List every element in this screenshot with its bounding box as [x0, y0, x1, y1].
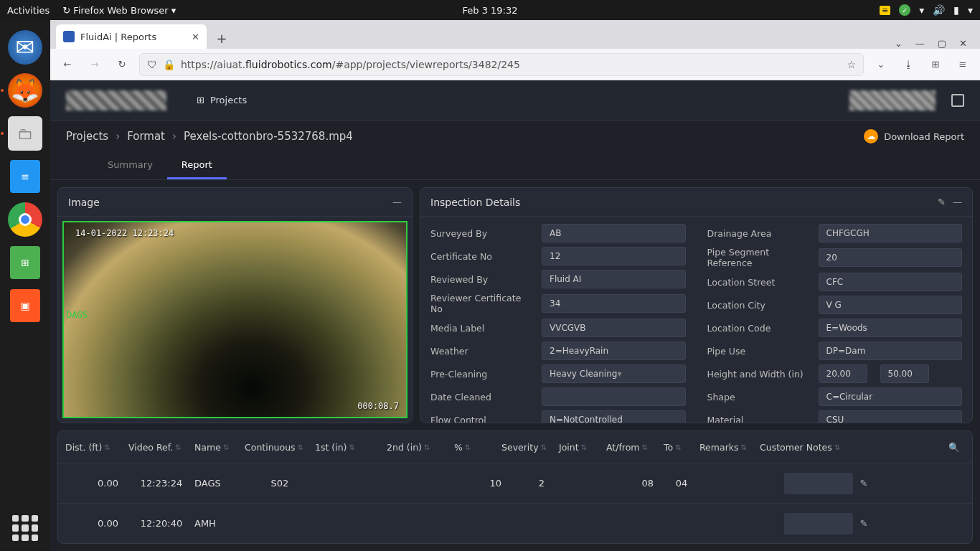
field-value[interactable]: 2=HeavyRain — [542, 342, 686, 360]
field-value[interactable]: CFC — [819, 273, 963, 291]
crumb-file: Pexels-cottonbro-5532768.mp4 — [184, 130, 353, 143]
wifi-icon[interactable]: ▾ — [919, 4, 924, 16]
window-close-icon[interactable]: ✕ — [959, 38, 967, 49]
volume-icon[interactable]: 🔊 — [933, 4, 945, 16]
field-value[interactable]: VVCGVB — [542, 319, 686, 337]
col-notes[interactable]: Customer Notes⇅ — [760, 442, 853, 453]
url-bar[interactable]: 🛡 🔒 https://aiuat.fluidrobotics.com/#app… — [139, 53, 864, 76]
projects-nav[interactable]: ⊞ Projects — [197, 95, 247, 105]
user-menu[interactable] — [849, 90, 936, 110]
width-field[interactable]: 50.00 — [880, 364, 929, 383]
dock-impress[interactable]: ▣ — [5, 286, 45, 326]
field-value[interactable] — [542, 387, 686, 406]
col-sev[interactable]: Severity⇅ — [501, 442, 559, 453]
crumb-format[interactable]: Format — [127, 130, 165, 143]
forward-button[interactable]: → — [85, 55, 105, 75]
field-value[interactable]: DP=Dam — [819, 342, 963, 360]
col-name[interactable]: Name⇅ — [194, 442, 245, 453]
field-value[interactable]: CSU — [819, 410, 963, 423]
inspection-image[interactable]: 14-01-2022 12:23:24 DAGS 000:08.7 — [62, 221, 407, 418]
window-minimize-icon[interactable]: — — [915, 38, 925, 49]
col-rem[interactable]: Remarks⇅ — [699, 442, 760, 453]
field-value[interactable]: E=Woods — [819, 319, 963, 337]
image-timestamp: 14-01-2022 12:23:24 — [75, 228, 174, 238]
reload-button[interactable]: ↻ — [112, 55, 132, 75]
field-value[interactable]: AB — [542, 224, 686, 242]
col-first[interactable]: 1st (in)⇅ — [315, 442, 387, 453]
extensions-icon[interactable]: ⊞ — [925, 55, 946, 75]
field-label: Pipe Use — [707, 346, 811, 357]
field-value[interactable]: V G — [819, 296, 963, 314]
field-label: Pre-Cleaning — [430, 369, 534, 380]
field-label: Weather — [430, 346, 534, 357]
customer-notes-input[interactable] — [784, 513, 853, 534]
field-value[interactable]: N=NotControlled — [542, 410, 686, 423]
app-logo — [66, 90, 166, 110]
field-value[interactable]: Fluid AI — [542, 270, 686, 288]
tab-report[interactable]: Report — [167, 152, 227, 179]
window-maximize-icon[interactable]: ▢ — [938, 38, 946, 49]
edit-icon[interactable]: ✎ — [938, 197, 946, 207]
menu-icon[interactable]: ≡ — [953, 55, 973, 75]
col-vref[interactable]: Video Ref.⇅ — [128, 442, 194, 453]
col-pct[interactable]: %⇅ — [454, 442, 501, 453]
url-text: https://aiuat.fluidrobotics.com/#app/pro… — [181, 59, 520, 70]
shield-icon[interactable]: 🛡 — [147, 59, 157, 70]
tab-summary[interactable]: Summary — [93, 152, 167, 179]
collapse-icon[interactable]: — — [392, 197, 402, 207]
field-value[interactable]: 12 — [542, 247, 686, 265]
edit-row-icon[interactable]: ✎ — [853, 478, 875, 489]
customer-notes-input[interactable] — [784, 473, 853, 494]
dock-writer[interactable]: ≡ — [5, 156, 45, 197]
table-header: Dist. (ft)⇅Video Ref.⇅Name⇅Continuous⇅1s… — [58, 431, 972, 463]
col-dist[interactable]: Dist. (ft)⇅ — [65, 442, 128, 453]
dock-chrome[interactable] — [5, 199, 45, 240]
breadcrumb: Projects › Format › Pexels-cottonbro-553… — [66, 130, 353, 143]
dock-firefox[interactable]: 🦊 — [5, 70, 45, 110]
edit-row-icon[interactable]: ✎ — [853, 518, 875, 529]
fullscreen-icon[interactable] — [951, 94, 964, 107]
activities-button[interactable]: Activities — [7, 5, 50, 16]
dock-thunderbird[interactable]: ✉ — [5, 27, 45, 67]
crumb-projects[interactable]: Projects — [66, 130, 108, 143]
tab-close-icon[interactable]: ✕ — [192, 32, 199, 42]
field-label: Certificate No — [430, 251, 534, 262]
table-row[interactable]: 0.0012:20:40AMH✎ — [58, 503, 972, 543]
col-to[interactable]: To⇅ — [664, 442, 699, 453]
image-annotation-label: DAGS — [67, 310, 88, 320]
notes-icon[interactable]: ≡ — [880, 6, 890, 15]
system-tray[interactable]: ≡ ✓ ▾ 🔊 ▮ ▾ — [880, 4, 973, 16]
field-value[interactable]: Heavy Cleaning ▾ — [542, 364, 686, 383]
col-second[interactable]: 2nd (in)⇅ — [387, 442, 454, 453]
field-value[interactable]: C=Circular — [819, 387, 963, 406]
field-value[interactable]: 34 — [542, 294, 686, 313]
clock[interactable]: Feb 3 19:32 — [462, 5, 517, 16]
dock-files[interactable]: 🗀 — [5, 113, 45, 154]
downloads-icon[interactable]: ⭳ — [898, 55, 918, 75]
height-field[interactable]: 20.00 — [819, 364, 867, 383]
col-cont[interactable]: Continuous⇅ — [245, 442, 315, 453]
field-label: Reviewer Certificate No — [430, 293, 534, 314]
new-tab-button[interactable]: + — [211, 27, 232, 49]
col-af[interactable]: At/from⇅ — [606, 442, 664, 453]
collapse-icon[interactable]: — — [953, 197, 962, 207]
field-label: Shape — [707, 392, 811, 402]
table-row[interactable]: 0.0012:23:24DAGSS021020804✎ — [58, 463, 972, 503]
inspection-details-panel: Inspection Details ✎ — Surveyed ByABCert… — [420, 187, 973, 423]
download-report-button[interactable]: ☁ Download Report — [864, 129, 964, 143]
back-button[interactable]: ← — [57, 55, 77, 75]
dock-apps-grid[interactable] — [12, 515, 38, 541]
field-value[interactable]: CHFGCGH — [819, 224, 963, 242]
power-icon[interactable]: ▾ — [968, 4, 973, 16]
field-value[interactable]: 20 — [819, 248, 963, 267]
bookmark-star-icon[interactable]: ☆ — [847, 59, 856, 70]
status-ok-icon[interactable]: ✓ — [899, 4, 910, 16]
col-joint[interactable]: Joint⇅ — [559, 442, 606, 453]
app-menu[interactable]: ↻ Firefox Web Browser ▾ — [62, 5, 176, 16]
dock-calc[interactable]: ⊞ — [5, 242, 45, 283]
pocket-icon[interactable]: ⌄ — [871, 55, 891, 75]
battery-icon[interactable]: ▮ — [953, 4, 959, 16]
search-icon[interactable]: 🔍 — [943, 442, 965, 453]
tab-dropdown-icon[interactable]: ⌄ — [895, 38, 903, 49]
browser-tab[interactable]: FluidAi | Reports ✕ — [56, 24, 207, 49]
